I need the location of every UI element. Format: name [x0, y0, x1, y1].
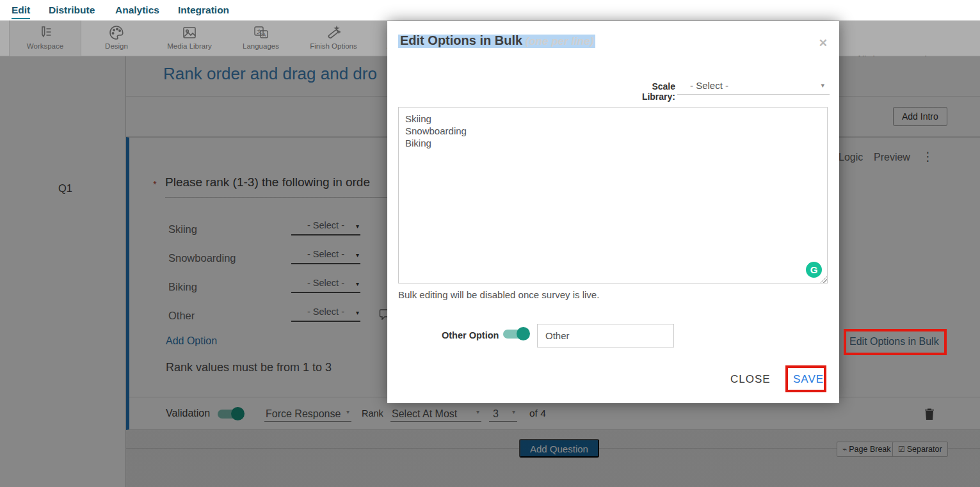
- bulk-options-textarea[interactable]: Skiing Snowboarding Biking: [398, 107, 828, 283]
- resize-handle-icon[interactable]: [821, 276, 827, 283]
- close-icon[interactable]: ✕: [819, 36, 828, 50]
- grammarly-icon[interactable]: G: [806, 262, 822, 278]
- select-value: - Select -: [690, 80, 728, 91]
- nav-tab-edit[interactable]: Edit: [12, 4, 30, 19]
- nav-tab-distribute[interactable]: Distribute: [49, 4, 95, 16]
- selection-highlight: Edit Options in Bulk (one per line): [398, 35, 595, 48]
- other-option-toggle[interactable]: [503, 327, 530, 340]
- survey-builder-app: Edit Distribute Analytics Integration Wo…: [0, 0, 980, 487]
- modal-title: Edit Options in Bulk: [400, 33, 522, 47]
- modal-header: Edit Options in Bulk (one per line): [398, 33, 595, 48]
- nav-tab-analytics[interactable]: Analytics: [115, 4, 159, 16]
- nav-tab-integration[interactable]: Integration: [178, 4, 229, 16]
- modal-close-button[interactable]: CLOSE: [730, 373, 771, 386]
- other-option-input[interactable]: [537, 324, 674, 347]
- scale-library-select[interactable]: - Select - ▾: [677, 77, 830, 95]
- modal-subtitle: (one per line): [526, 35, 594, 47]
- toggle-knob: [517, 327, 530, 340]
- top-nav: Edit Distribute Analytics Integration: [0, 0, 980, 20]
- annotation-box-save: [785, 365, 826, 392]
- annotation-box-edit-options: [844, 329, 947, 355]
- caret-down-icon: ▾: [821, 81, 824, 90]
- bulk-edit-note: Bulk editing will be disabled once surve…: [398, 289, 599, 300]
- edit-options-in-bulk-modal: Edit Options in Bulk (one per line) ✕ Sc…: [387, 21, 839, 403]
- scale-library-label: Scale Library:: [621, 81, 675, 102]
- other-option-label: Other Option: [442, 330, 499, 340]
